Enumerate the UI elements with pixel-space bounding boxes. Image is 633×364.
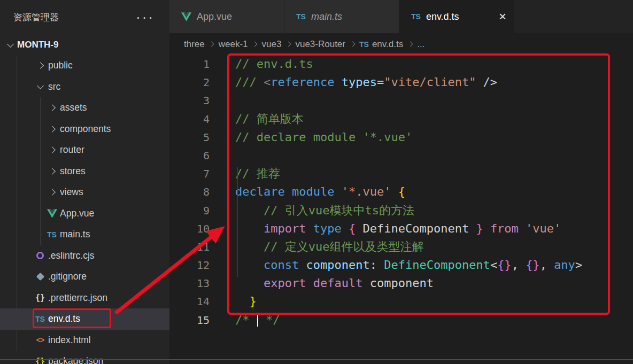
line-number: 1 — [169, 55, 210, 73]
tree-item-package.json[interactable]: {}package.json — [0, 351, 169, 364]
close-icon[interactable]: × — [499, 11, 506, 22]
tree-item-src[interactable]: src — [0, 76, 169, 98]
typescript-icon: TS — [47, 230, 57, 239]
line-number: 15 — [169, 311, 210, 329]
json-icon: {} — [35, 293, 45, 303]
breadcrumb-item[interactable]: TSenv.d.ts — [359, 39, 403, 50]
code-line-10[interactable]: 10 import type { DefineComponent } from … — [169, 220, 582, 238]
chevron-right-icon — [33, 61, 47, 70]
line-number: 9 — [169, 202, 210, 220]
tree-item-label: components — [60, 123, 111, 135]
tree-item-router[interactable]: router — [0, 140, 169, 161]
chevron-right-icon — [45, 104, 59, 112]
code-line-5[interactable]: 5// declare module '*.vue' — [169, 128, 582, 146]
code-area[interactable]: 1// env.d.ts2/// <reference types="vite/… — [169, 55, 582, 329]
tree-item-label: index.html — [48, 335, 91, 346]
tree-item-stores[interactable]: stores — [0, 161, 169, 182]
breadcrumb-item[interactable]: vue3 — [262, 39, 282, 50]
json-icon: {} — [35, 357, 45, 364]
more-actions-icon[interactable]: ··· — [136, 14, 155, 20]
tree-item-label: env.d.ts — [48, 313, 80, 324]
tree-item-public[interactable]: public — [0, 55, 169, 76]
chevron-down-icon — [33, 82, 47, 91]
tab-label: App.vue — [197, 11, 232, 22]
tree-item-assets[interactable]: assets — [0, 97, 169, 119]
chevron-right-icon — [348, 40, 357, 49]
vue-icon — [47, 209, 57, 218]
breadcrumb-label: env.d.ts — [372, 39, 403, 50]
breadcrumb-item[interactable]: week-1 — [219, 39, 248, 50]
tree-item-label: App.vue — [60, 208, 94, 219]
chevron-right-icon — [45, 125, 59, 133]
window-bottom-border — [0, 359, 633, 360]
breadcrumb-item[interactable]: vue3-Router — [295, 39, 345, 50]
tree-item-label: router — [60, 144, 84, 156]
line-number: 8 — [169, 183, 210, 201]
explorer-title: 资源管理器 — [13, 11, 136, 24]
code-line-1[interactable]: 1// env.d.ts — [169, 55, 582, 73]
tab-App.vue[interactable]: App.vue — [169, 0, 284, 33]
tree-item-label: .gitignore — [48, 271, 87, 282]
git-icon — [36, 273, 44, 281]
code-line-2[interactable]: 2/// <reference types="vite/client" /> — [169, 73, 582, 91]
tree-item-.gitignore[interactable]: .gitignore — [0, 266, 169, 288]
tree-item-.prettierrc.json[interactable]: {}.prettierrc.json — [0, 288, 169, 309]
code-line-8[interactable]: 8declare module '*.vue' { — [169, 183, 582, 201]
line-number: 11 — [169, 238, 210, 256]
breadcrumb-item[interactable]: ... — [417, 39, 424, 50]
tree-item-views[interactable]: views — [0, 182, 169, 203]
vue-icon — [181, 12, 191, 21]
chevron-right-icon — [405, 40, 415, 49]
code-line-7[interactable]: 7// 推荐 — [169, 165, 582, 183]
tree-item-label: assets — [60, 102, 87, 113]
tab-main.ts[interactable]: TSmain.ts — [284, 0, 399, 33]
chevron-right-icon — [283, 40, 293, 49]
line-number: 5 — [169, 128, 210, 146]
tree-item-label: src — [48, 81, 60, 92]
tree-item-components[interactable]: components — [0, 119, 169, 140]
line-number: 3 — [169, 91, 210, 110]
file-tree: publicsrcassetscomponentsrouterstoresvie… — [0, 55, 169, 364]
explorer-header: 资源管理器 ··· — [0, 0, 169, 34]
breadcrumb-label: three — [184, 39, 205, 50]
eslint-icon — [36, 252, 44, 259]
tree-item-label: .eslintrc.cjs — [48, 250, 95, 261]
code-line-14[interactable]: 14 } — [169, 292, 582, 311]
line-number: 14 — [169, 292, 210, 311]
typescript-icon: TS — [411, 12, 421, 21]
breadcrumb: threeweek-1vue3vue3-RouterTSenv.d.ts... — [169, 33, 424, 55]
line-number: 12 — [169, 256, 210, 274]
workspace-root[interactable]: MONTH-9 — [0, 34, 169, 55]
tree-item-label: views — [60, 187, 83, 198]
line-number: 13 — [169, 274, 210, 292]
line-number: 7 — [169, 165, 210, 183]
tab-env.d.ts[interactable]: TSenv.d.ts× — [399, 0, 514, 33]
code-line-11[interactable]: 11 // 定义vue组件以及类型注解 — [169, 238, 582, 256]
editor-area: App.vueTSmain.tsTSenv.d.ts× threeweek-1v… — [169, 0, 633, 364]
code-line-9[interactable]: 9 // 引入vue模块中ts的方法 — [169, 202, 582, 220]
code-line-3[interactable]: 3 — [169, 91, 582, 110]
tab-bar: App.vueTSmain.tsTSenv.d.ts× — [169, 0, 633, 33]
code-indent-guide — [237, 167, 238, 277]
code-line-15[interactable]: 15/* */ — [169, 311, 582, 329]
breadcrumb-label: week-1 — [219, 39, 248, 50]
tree-item-label: .prettierrc.json — [48, 292, 107, 304]
code-line-13[interactable]: 13 export default component — [169, 274, 582, 292]
tree-item-main.ts[interactable]: TSmain.ts — [0, 224, 169, 245]
breadcrumb-label: vue3 — [262, 39, 282, 50]
breadcrumb-item[interactable]: three — [184, 39, 205, 50]
tree-item-label: main.ts — [60, 229, 90, 240]
tree-item-index.html[interactable]: <>index.html — [0, 330, 169, 351]
chevron-right-icon — [250, 40, 260, 49]
tree-item-App.vue[interactable]: App.vue — [0, 203, 169, 224]
code-line-6[interactable]: 6 — [169, 146, 582, 165]
tree-indent-guide — [17, 55, 17, 351]
tree-item-.eslintrc.cjs[interactable]: .eslintrc.cjs — [0, 245, 169, 267]
chevron-right-icon — [207, 40, 217, 49]
line-number: 10 — [169, 220, 210, 238]
code-line-12[interactable]: 12 const component: DefineComponent<{}, … — [169, 256, 582, 274]
tree-item-env.d.ts[interactable]: TSenv.d.ts — [0, 308, 169, 330]
line-number: 6 — [169, 146, 210, 165]
code-line-4[interactable]: 4// 简单版本 — [169, 110, 582, 128]
line-number: 2 — [169, 73, 210, 91]
